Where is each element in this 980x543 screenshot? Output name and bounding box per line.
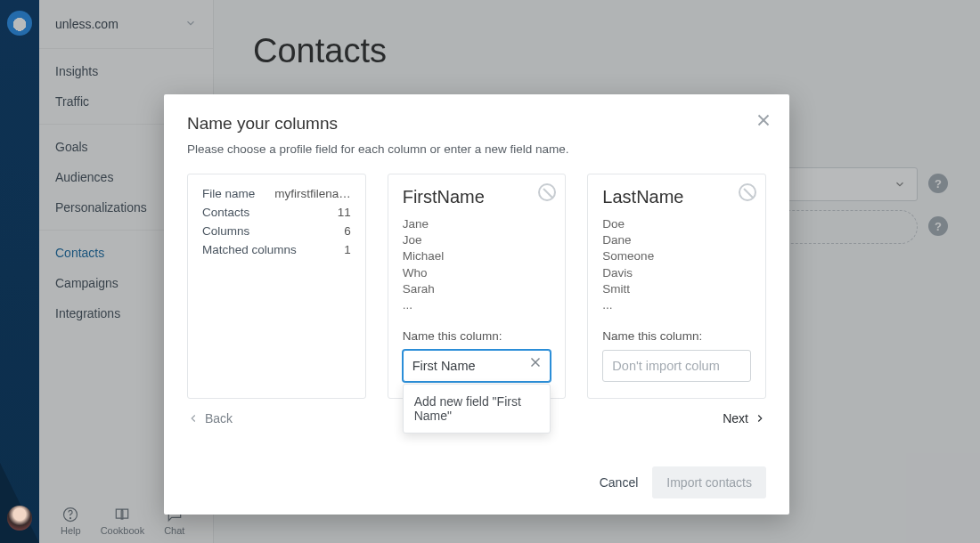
- import-dialog: Name your columns Please choose a profil…: [164, 94, 789, 515]
- summary-contacts: 11: [338, 206, 351, 219]
- clear-input-icon[interactable]: [527, 354, 543, 370]
- name-column-label: Name this column:: [602, 329, 751, 343]
- skip-column-icon[interactable]: [739, 183, 756, 201]
- summary-filename: myfirstfilena…: [274, 187, 351, 200]
- dialog-subtitle: Please choose a profile field for each c…: [187, 142, 766, 156]
- back-label: Back: [205, 411, 233, 425]
- summary-columns-label: Columns: [202, 224, 249, 238]
- summary-matched-label: Matched columns: [202, 243, 297, 256]
- column-header: LastName: [602, 187, 751, 207]
- avatar[interactable]: [7, 506, 32, 531]
- summary-contacts-label: Contacts: [202, 206, 249, 219]
- back-button[interactable]: Back: [187, 411, 366, 425]
- next-button[interactable]: Next: [587, 411, 766, 425]
- column-card-firstname: FirstName Jane Joe Michael Who Sarah ...…: [388, 174, 567, 399]
- close-icon[interactable]: [754, 110, 773, 130]
- summary-filename-label: File name: [202, 187, 255, 200]
- summary-card: File name myfirstfilena… Contacts 11 Col…: [187, 174, 366, 399]
- dialog-title: Name your columns: [187, 114, 766, 134]
- add-field-option[interactable]: Add new field "First Name": [403, 384, 551, 434]
- import-button[interactable]: Import contacts: [652, 466, 766, 498]
- cancel-button[interactable]: Cancel: [600, 475, 639, 490]
- name-column-label: Name this column:: [403, 329, 551, 343]
- column-preview: Jane Joe Michael Who Sarah ...: [403, 216, 551, 313]
- column-header: FirstName: [403, 187, 551, 207]
- summary-columns: 6: [344, 224, 351, 238]
- column-card-lastname: LastName Doe Dane Someone Davis Smitt ..…: [587, 174, 766, 399]
- column-name-input[interactable]: [602, 350, 751, 382]
- column-preview: Doe Dane Someone Davis Smitt ...: [602, 216, 751, 313]
- summary-matched: 1: [344, 243, 351, 256]
- next-label: Next: [723, 411, 748, 425]
- skip-column-icon[interactable]: [538, 183, 556, 201]
